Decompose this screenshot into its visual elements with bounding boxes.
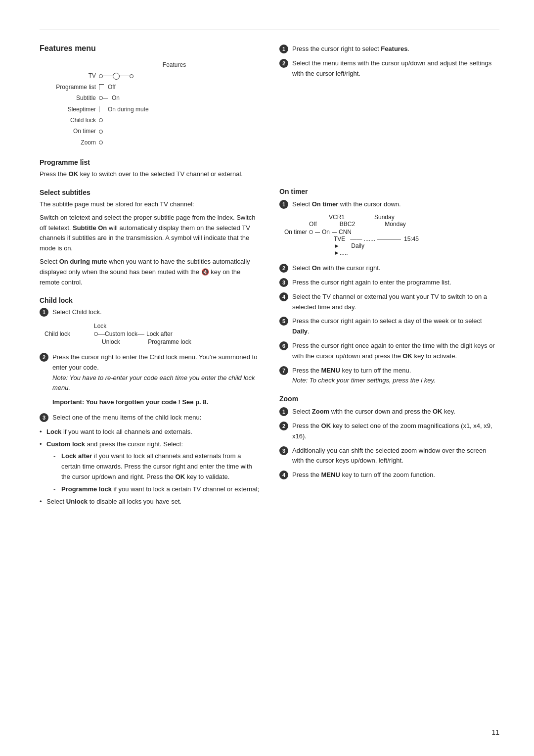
z-circle-4: 4 — [279, 471, 288, 479]
diag-tv-label: TV — [49, 71, 99, 81]
ot-circle-3: 3 — [279, 278, 288, 287]
on-timer-step5-text: Press the cursor right again to select a… — [292, 316, 499, 337]
child-lock-diagram: Lock Child lock Custom lock Lock after U… — [44, 323, 260, 345]
child-lock-bullets: Lock if you want to lock all channels an… — [40, 427, 260, 507]
timer-daily: Daily — [351, 242, 364, 249]
diag-row-subtitle: Subtitle On — [49, 93, 260, 103]
zoom-step4: 4 Press the MENU key to turn off the zoo… — [279, 470, 499, 480]
step-circle-1: 1 — [40, 308, 48, 317]
left-column: Features menu Features TV Programme list — [40, 44, 260, 509]
child-lock-step1-text: Select Child lock. — [52, 307, 260, 318]
diag-row-programme: Programme list Off — [49, 82, 260, 92]
timer-arrow: ► — [334, 242, 340, 249]
ot-circle-4: 4 — [279, 292, 288, 301]
zoom-step2: 2 Press the OK key to select one of the … — [279, 421, 499, 442]
page-number: 11 — [491, 728, 499, 736]
childlock-circle — [99, 118, 103, 122]
diag-row-childlock: Child lock — [49, 115, 260, 125]
cl-unlock-label: Unlock Programme lock — [102, 338, 260, 345]
diag-childlock-label: Child lock — [49, 115, 99, 125]
zoom-circle — [99, 141, 103, 144]
features-diagram: Features TV Programme list Off — [49, 60, 260, 147]
diag-row-tv: TV — [49, 71, 260, 81]
on-timer-step4-text: Select the TV channel or external you wa… — [292, 292, 499, 313]
timer-off: Off — [309, 221, 317, 228]
cl-circle — [94, 332, 98, 336]
important-text: Important: You have forgotten your code … — [52, 397, 260, 408]
timer-label: On timer — [284, 229, 307, 236]
ot-line1 — [315, 232, 320, 233]
programme-list-text: Press the OK key to switch over to the s… — [40, 169, 260, 180]
timer-cnn: CNN — [339, 229, 352, 236]
timer-daily-row: ► Daily — [334, 242, 499, 249]
step-circle-2: 2 — [40, 353, 48, 362]
on-timer-step7-text: Press the MENU key to turn off the menu.… — [292, 366, 499, 386]
right-step2: 2 Select the menu items with the cursor … — [279, 58, 499, 79]
diag-sleeptimer-value: On during mute — [108, 104, 149, 114]
z-circle-2: 2 — [279, 422, 288, 430]
cl-childlock-label: Child lock — [44, 331, 94, 337]
cl-lock-label: Lock — [94, 323, 260, 330]
z-circle-1: 1 — [279, 407, 288, 416]
right-circle-1: 1 — [279, 45, 288, 53]
select-subtitles-title: Select subtitles — [40, 189, 260, 196]
custom-lock-dashes: Lock after if you want to lock all chann… — [53, 451, 260, 494]
ot-circle-1: 1 — [279, 200, 288, 209]
timer-tve: TVE — [334, 236, 345, 242]
on-timer-title: On timer — [279, 188, 499, 195]
on-timer-step3: 3 Press the cursor right again to enter … — [279, 278, 499, 288]
tv-circle-rect — [113, 73, 120, 80]
on-timer-step6-text: Press the cursor right once again to ent… — [292, 341, 499, 362]
subtitle-para1: The subtitle page must be stored for eac… — [40, 199, 260, 210]
bullet-custom-lock: Custom lock and press the cursor right. … — [40, 439, 260, 495]
ot-circle-5: 5 — [279, 317, 288, 326]
timer-vcr1: VCR1 — [329, 214, 345, 221]
zoom-step4-text: Press the MENU key to turn off the zoom … — [292, 470, 499, 480]
cl-line2 — [137, 334, 144, 334]
timer-top-row: VCR1 Sunday — [329, 214, 499, 221]
tv-circle-open2 — [130, 74, 134, 78]
z-circle-3: 3 — [279, 446, 288, 455]
timer-time: 15:45 — [404, 236, 419, 242]
diag-subtitle-value: On — [112, 93, 120, 103]
diag-programme-label: Programme list — [49, 82, 99, 92]
right-column: 1 Press the cursor right to select Featu… — [279, 44, 499, 509]
diag-row-zoom: Zoom — [49, 138, 260, 147]
ot-circle-6: 6 — [279, 341, 288, 350]
timer-sunday: Sunday — [374, 214, 395, 221]
ot-circle-open — [309, 230, 313, 234]
page-title: Features menu — [40, 44, 260, 53]
right-circle-2: 2 — [279, 59, 288, 68]
right-step1: 1 Press the cursor right to select Featu… — [279, 44, 499, 54]
right-step2-text: Select the menu items with the cursor up… — [292, 58, 499, 79]
child-lock-step3-text: Select one of the menu items of the chil… — [52, 413, 260, 423]
timer-on-label: On — [322, 229, 330, 236]
cl-custom-label: Custom lock — [105, 331, 137, 337]
diag-zoom-label: Zoom — [49, 138, 99, 147]
zoom-step3-text: Additionally you can shift the selected … — [292, 446, 499, 467]
timer-top-row2: Off BBC2 Monday — [329, 221, 499, 228]
cl-main-row: Child lock Custom lock Lock after — [44, 331, 260, 337]
child-lock-step2: 2 Press the cursor right to enter the Ch… — [40, 352, 260, 393]
timer-line3: ———— — [377, 236, 401, 242]
bracket-top — [99, 84, 104, 90]
on-timer-step1-text: Select On timer with the cursor down. — [292, 199, 499, 210]
on-timer-step3-text: Press the cursor right again to enter th… — [292, 278, 499, 288]
diag-row-ontimer: On timer — [49, 126, 260, 136]
on-timer-step1: 1 Select On timer with the cursor down. — [279, 199, 499, 210]
on-timer-step7: 7 Press the MENU key to turn off the men… — [279, 366, 499, 386]
timer-dots2: ►..... — [334, 249, 499, 256]
diag-sleeptimer-label: Sleeptimer — [49, 104, 99, 114]
right-step1-text: Press the cursor right to select Feature… — [292, 44, 499, 54]
ot-line2 — [332, 232, 337, 233]
ontimer-circle — [99, 130, 103, 134]
step-circle-3: 3 — [40, 413, 48, 422]
tv-line1 — [103, 76, 113, 76]
zoom-title: Zoom — [279, 395, 499, 403]
tv-circle-open — [99, 74, 103, 78]
zoom-step3: 3 Additionally you can shift the selecte… — [279, 446, 499, 467]
programme-list-title: Programme list — [40, 158, 260, 166]
diag-row-sleeptimer: Sleeptimer On during mute — [49, 104, 260, 114]
tv-line2 — [120, 76, 130, 76]
on-timer-step2: 2 Select On with the cursor right. — [279, 263, 499, 274]
